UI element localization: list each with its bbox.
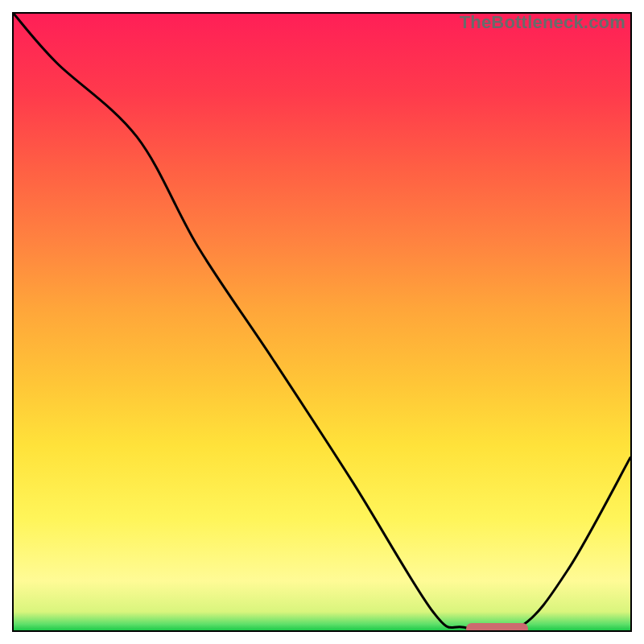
chart-frame: TheBottleneck.com [12,12,632,632]
bottleneck-curve [14,14,630,630]
optimal-range-pill [466,623,528,632]
attribution-label: TheBottleneck.com [460,12,625,33]
bottleneck-curve-path [14,14,630,630]
